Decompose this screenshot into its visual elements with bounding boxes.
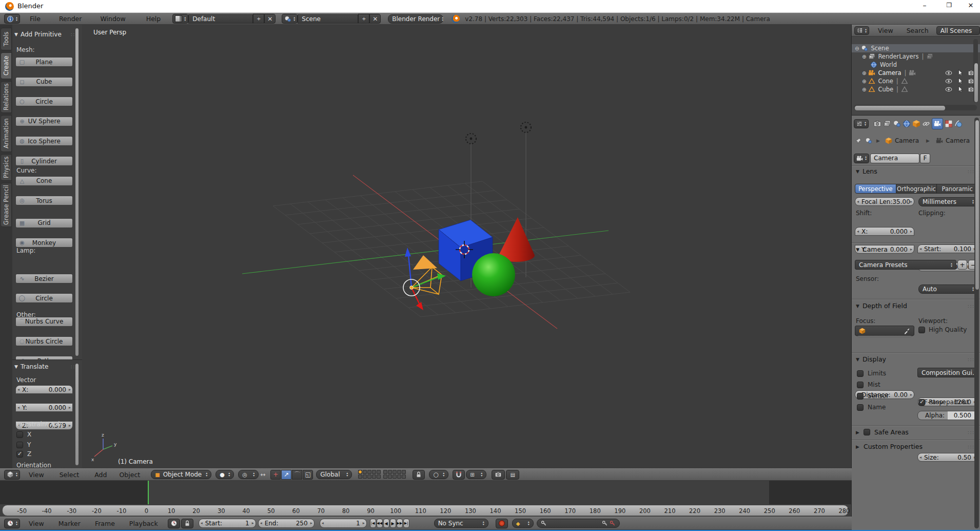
limits-checkbox[interactable] bbox=[857, 370, 864, 377]
layer-cell[interactable] bbox=[372, 470, 376, 474]
lens-panoramic-button[interactable]: Panoramic bbox=[937, 184, 978, 194]
outliner-row-cube[interactable]: ⊕ Cube | bbox=[852, 85, 980, 93]
screen-layout-icon-button[interactable]: ▴▾ bbox=[172, 14, 188, 24]
safe-areas-expand-arrow[interactable]: ▶ bbox=[856, 430, 859, 435]
scene-icon-button[interactable]: ▴▾ bbox=[282, 14, 298, 24]
manipulator-rotate-button[interactable]: ⌒ bbox=[292, 470, 302, 480]
pivot-point-select[interactable]: ◎▴▾ bbox=[238, 470, 259, 479]
minimize-button[interactable]: – bbox=[914, 1, 935, 9]
eyedropper-icon[interactable] bbox=[904, 328, 910, 334]
tab-physics[interactable] bbox=[954, 120, 963, 128]
play-button[interactable]: ▶ bbox=[390, 519, 396, 528]
opengl-render-anim-button[interactable]: ▤ bbox=[506, 470, 519, 480]
av-sync-select[interactable]: No Sync▴▾ bbox=[434, 519, 488, 528]
manipulator-axis-button[interactable]: + bbox=[270, 470, 281, 480]
custom-properties-expand-arrow[interactable]: ▶ bbox=[856, 444, 859, 449]
vp-menu-view[interactable]: View bbox=[24, 471, 49, 479]
menu-file[interactable]: File bbox=[25, 15, 45, 23]
lens-collapse-arrow[interactable]: ▼ bbox=[856, 169, 859, 174]
layer-cell[interactable] bbox=[388, 470, 392, 474]
expand-icon[interactable]: ⊕ bbox=[862, 70, 866, 76]
menu-render[interactable]: Render bbox=[54, 15, 87, 23]
frame-start-field[interactable]: Start:1 bbox=[199, 519, 256, 528]
shift-x-field[interactable]: X:0.000 bbox=[855, 227, 914, 236]
current-frame-playhead[interactable] bbox=[148, 481, 149, 504]
tab-object[interactable] bbox=[912, 120, 920, 128]
layer-cell[interactable] bbox=[388, 475, 392, 479]
jump-to-end-button[interactable]: ▶| bbox=[403, 519, 409, 528]
passepartout-checkbox[interactable] bbox=[918, 399, 925, 406]
manipulator-translate-button[interactable]: ↗ bbox=[281, 470, 291, 480]
tab-render-layers[interactable] bbox=[883, 120, 891, 128]
outliner-editor-type-button[interactable]: ▴▾ bbox=[854, 26, 869, 35]
collapse-icon[interactable]: ⊖ bbox=[855, 46, 859, 51]
display-collapse-arrow[interactable]: ▼ bbox=[856, 357, 859, 362]
outliner-row-renderlayers[interactable]: ⊕ RenderLayers | bbox=[852, 52, 980, 61]
tab-texture[interactable] bbox=[945, 120, 953, 128]
lock-time-button[interactable] bbox=[181, 519, 193, 528]
lamp-object-1[interactable] bbox=[466, 134, 476, 144]
sensor-fit-select[interactable]: Auto▴▾ bbox=[918, 285, 978, 294]
layer-cell[interactable] bbox=[363, 470, 367, 474]
camera-panel-title[interactable]: Camera bbox=[863, 245, 888, 253]
pivot-align-toggle[interactable]: ↔ bbox=[260, 471, 265, 478]
properties-editor-type-button[interactable]: ▴▾ bbox=[854, 119, 869, 128]
layer-cell[interactable] bbox=[358, 470, 362, 474]
transform-orientation-select[interactable]: Global▴▾ bbox=[316, 470, 352, 479]
expand-icon[interactable]: ⊕ bbox=[862, 54, 866, 60]
outliner-row-scene[interactable]: ⊖ Scene bbox=[852, 44, 980, 52]
tab-world[interactable] bbox=[903, 120, 911, 128]
focus-object-field[interactable] bbox=[855, 326, 914, 336]
outliner-row-world[interactable]: World bbox=[852, 61, 980, 69]
preset-add-button[interactable]: + bbox=[957, 260, 967, 270]
fake-user-button[interactable]: F bbox=[920, 154, 930, 163]
cone-object[interactable] bbox=[499, 217, 535, 262]
layers-grid-2[interactable] bbox=[383, 470, 406, 479]
layer-cell[interactable] bbox=[377, 470, 381, 474]
lens-units-select[interactable]: Millimeters▴▾ bbox=[918, 197, 978, 206]
tl-menu-playback[interactable]: Playback bbox=[125, 520, 163, 527]
lock-to-scene-button[interactable] bbox=[413, 470, 425, 480]
jump-to-start-button[interactable]: |◀ bbox=[370, 519, 376, 528]
layer-cell[interactable] bbox=[372, 475, 376, 479]
current-frame-field[interactable]: 1 bbox=[320, 519, 367, 528]
camera-presets-select[interactable]: Camera Presets▴▾ bbox=[855, 260, 956, 270]
insert-keyframe-icon[interactable] bbox=[602, 520, 608, 526]
breadcrumb-object-icon[interactable] bbox=[885, 137, 892, 144]
use-preview-range-button[interactable] bbox=[168, 519, 180, 528]
tab-render[interactable] bbox=[873, 120, 881, 128]
lens-perspective-button[interactable]: Perspective bbox=[855, 184, 896, 194]
layer-cell[interactable] bbox=[358, 475, 362, 479]
id-browse-button[interactable]: ▴▾ bbox=[854, 154, 869, 163]
safe-areas-checkbox[interactable] bbox=[864, 429, 870, 435]
maximize-button[interactable]: ❒ bbox=[939, 2, 959, 9]
layer-cell[interactable] bbox=[393, 475, 397, 479]
scene-add-button[interactable]: ＋ bbox=[358, 14, 369, 24]
proportional-edit-select[interactable]: ○▴▾ bbox=[429, 470, 448, 479]
close-button[interactable]: ✕ bbox=[961, 2, 980, 9]
layout-delete-button[interactable]: ✕ bbox=[264, 14, 276, 24]
layer-cell[interactable] bbox=[402, 470, 406, 474]
layer-cell[interactable] bbox=[377, 475, 381, 479]
visibility-eye-icon[interactable] bbox=[945, 86, 952, 93]
properties-v-scrollbar[interactable] bbox=[975, 120, 979, 290]
scene-delete-button[interactable]: ✕ bbox=[369, 14, 381, 24]
tl-menu-frame[interactable]: Frame bbox=[90, 520, 120, 527]
layers-grid-1[interactable] bbox=[358, 470, 381, 479]
name-checkbox[interactable] bbox=[857, 404, 864, 411]
layer-cell[interactable] bbox=[402, 475, 406, 479]
layer-cell[interactable] bbox=[397, 470, 401, 474]
safe-areas-panel-header[interactable]: ▶ Safe Areas :::: bbox=[856, 428, 977, 436]
delete-keyframe-icon[interactable] bbox=[610, 520, 616, 526]
layer-cell[interactable] bbox=[397, 475, 401, 479]
layer-cell[interactable] bbox=[367, 475, 371, 479]
tl-menu-marker[interactable]: Marker bbox=[54, 520, 85, 527]
menu-window[interactable]: Window bbox=[95, 15, 130, 23]
manipulator-scale-button[interactable]: ◱ bbox=[303, 470, 313, 480]
layer-cell[interactable] bbox=[383, 475, 387, 479]
menu-help[interactable]: Help bbox=[142, 15, 166, 23]
opengl-render-button[interactable] bbox=[492, 470, 505, 480]
expand-icon[interactable]: ⊕ bbox=[862, 79, 866, 84]
auto-keyframe-button[interactable] bbox=[496, 519, 508, 528]
tab-constraints[interactable] bbox=[922, 120, 930, 128]
